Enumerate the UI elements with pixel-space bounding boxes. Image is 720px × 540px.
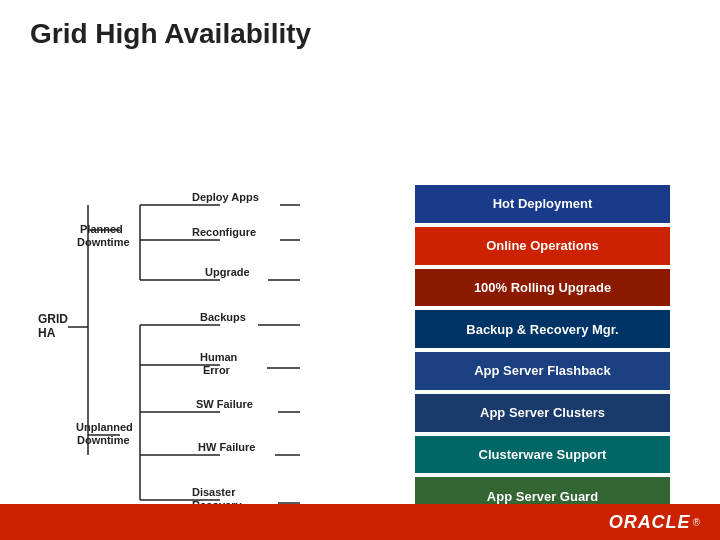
svg-text:SW Failure: SW Failure (196, 398, 253, 410)
svg-text:Downtime: Downtime (77, 236, 130, 248)
svg-text:Deploy Apps: Deploy Apps (192, 191, 259, 203)
tree-svg: GRID HA Planned Downtime Deploy Apps Rec… (20, 65, 410, 515)
bottom-bar: ORACLE ® (0, 504, 720, 540)
svg-text:Planned: Planned (80, 223, 123, 235)
box-clusterware-support: Clusterware Support (415, 436, 670, 474)
svg-text:Human: Human (200, 351, 238, 363)
svg-text:Backups: Backups (200, 311, 246, 323)
box-rolling-upgrade: 100% Rolling Upgrade (415, 269, 670, 307)
svg-text:Upgrade: Upgrade (205, 266, 250, 278)
page-title: Grid High Availability (0, 0, 720, 60)
oracle-trademark: ® (693, 517, 700, 528)
svg-text:Error: Error (203, 364, 231, 376)
svg-text:Disaster: Disaster (192, 486, 236, 498)
oracle-logo: ORACLE (609, 512, 691, 533)
svg-text:HW Failure: HW Failure (198, 441, 255, 453)
box-backup-recovery: Backup & Recovery Mgr. (415, 310, 670, 348)
boxes-section: Hot Deployment Online Operations 100% Ro… (415, 65, 670, 515)
svg-text:GRID: GRID (38, 312, 68, 326)
tree-diagram: GRID HA Planned Downtime Deploy Apps Rec… (20, 65, 410, 515)
svg-text:Reconfigure: Reconfigure (192, 226, 256, 238)
svg-text:Downtime: Downtime (77, 434, 130, 446)
svg-text:HA: HA (38, 326, 56, 340)
box-app-server-clusters: App Server Clusters (415, 394, 670, 432)
box-hot-deployment: Hot Deployment (415, 185, 670, 223)
box-online-operations: Online Operations (415, 227, 670, 265)
svg-text:Unplanned: Unplanned (76, 421, 133, 433)
box-app-server-flashback: App Server Flashback (415, 352, 670, 390)
